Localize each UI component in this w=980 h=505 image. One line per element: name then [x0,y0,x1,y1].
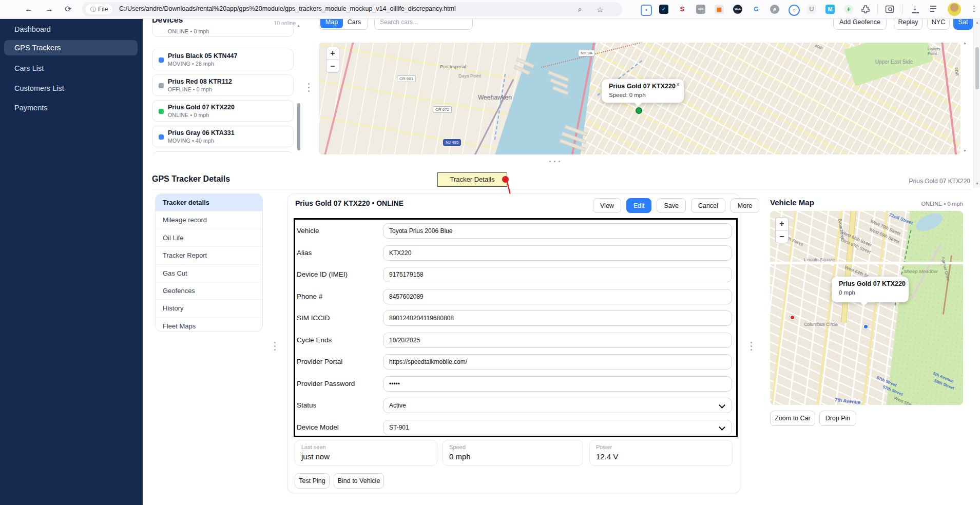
replay-button[interactable]: Replay [894,18,923,30]
device-card-partial[interactable]: ONLINE • 0 mph [152,25,294,37]
popup-vehicle-name: Prius Gold 07 KTX220 [839,280,906,287]
extension-icon[interactable]: S [678,5,687,14]
sidebar-item-cars-list[interactable]: Cars List [0,61,143,76]
url-text[interactable]: C:/Users/andre/Downloads/rental%20app/gp… [119,5,456,12]
cycle-ends-field[interactable] [383,333,732,348]
zoom-to-car-button[interactable]: Zoom to Car [770,411,815,426]
playlist-icon[interactable] [930,6,936,12]
button-label: Save [664,202,679,209]
device-card[interactable]: Prius White 09 KTB902 [152,151,294,153]
panel-drag-handle[interactable] [274,340,276,353]
edit-button[interactable]: Edit [626,198,652,213]
tab-tracker-details[interactable]: Tracker details [156,194,262,211]
cancel-button[interactable]: Cancel [691,198,725,213]
scroll-up-icon[interactable]: ▲ [975,21,979,24]
device-card[interactable]: Prius Gray 06 KTA331 MOVING • 40 mph [152,126,294,147]
extension-icon[interactable]: ✓ [659,5,668,14]
devices-map-drag-handle[interactable] [308,81,310,94]
popup-close-icon[interactable]: × [676,81,680,88]
tab-fleet-maps[interactable]: Fleet Maps [156,318,262,332]
tab-oil-life[interactable]: Oil Life [156,229,262,247]
sidebar-item-dashboard[interactable]: Dashboard [0,22,143,37]
kebab-menu-icon[interactable]: ⋮ [970,4,978,14]
device-model-select[interactable]: ST-901 [383,420,732,435]
section-resize-handle[interactable] [549,161,560,162]
phone-field[interactable] [383,289,732,304]
test-ping-button[interactable]: Test Ping [295,473,330,489]
back-icon[interactable]: ← [25,4,33,14]
device-card[interactable]: Prius Red 08 KTR112 OFFLINE • 0 mph [152,74,294,96]
bookmark-star-icon[interactable]: ☆ [597,5,603,14]
vehicle-map[interactable]: 72nd Street West 70th Street West 69th S… [770,211,963,405]
save-button[interactable]: Save [657,198,686,213]
map-toggle-button[interactable]: Map [320,18,343,28]
zoom-out-button[interactable]: − [775,230,789,243]
translate-extension-icon[interactable]: G [752,5,761,14]
vehicle-field[interactable] [383,223,732,239]
scrollbar-track[interactable]: ▲ ▼ [973,18,980,188]
sidebar-item-gps-trackers[interactable]: GPS Trackers [4,40,138,55]
extension-icon[interactable]: ▦ [715,5,724,14]
nyc-button[interactable]: NYC [927,18,950,30]
fleet-map[interactable]: Port Imperial Days Point Weehawken CR 50… [319,43,960,154]
satellite-toggle-button[interactable]: Sat [953,18,973,30]
view-button[interactable]: View [593,198,621,213]
select-value: ST-901 [389,424,409,431]
scroll-up-icon[interactable]: ▲ [963,41,967,45]
provider-password-field[interactable] [383,376,732,392]
downloads-icon[interactable]: ↓ [913,3,917,13]
profile-avatar[interactable] [948,3,961,16]
device-card[interactable]: Prius Gold 07 KTX220 ONLINE • 0 mph [152,100,294,122]
alias-field[interactable] [383,245,732,261]
extension-icon[interactable]: + [844,5,853,14]
add-geofence-button[interactable]: Add Geofence [833,18,887,30]
panel-drag-handle[interactable] [751,340,752,353]
tab-history[interactable]: History [156,300,262,317]
zoom-out-button[interactable]: − [326,60,339,73]
zoom-page-icon[interactable]: ⌕ [578,5,582,14]
popup-close-icon[interactable]: × [901,279,905,286]
extension-icon[interactable]: U [807,5,816,14]
sidebar-item-customers-list[interactable]: Customers List [0,81,143,96]
provider-portal-field[interactable] [383,354,732,370]
more-button[interactable]: More [731,198,759,213]
device-status: MOVING • 40 mph [168,138,214,144]
pin-marker-icon[interactable] [790,315,795,320]
scrollbar-thumb[interactable] [975,47,979,89]
status-select[interactable]: Active [383,398,732,413]
cars-toggle-button[interactable]: Cars [343,18,366,26]
drop-pin-button[interactable]: Drop Pin [819,411,856,426]
scroll-up-icon[interactable]: ▲ [297,24,300,27]
sim-iccid-field[interactable] [383,310,732,326]
extension-icon[interactable]: M [825,5,835,14]
tab-geofences[interactable]: Geofences [156,282,262,300]
bind-to-vehicle-button[interactable]: Bind to Vehicle [334,473,384,489]
device-card[interactable]: Prius Black 05 KTN447 MOVING • 28 mph [152,49,294,70]
devices-scrollbar-thumb[interactable] [297,103,300,150]
extension-icon[interactable]: Web [733,5,742,14]
search-cars-input[interactable] [374,18,473,30]
extension-icon[interactable]: </> [696,5,705,14]
side-panel-search-icon[interactable] [885,5,894,14]
tab-mileage-record[interactable]: Mileage record [156,211,262,229]
zoom-in-button[interactable]: + [326,47,339,60]
forward-icon[interactable]: → [45,4,53,14]
extension-icon[interactable]: ○ [789,5,800,16]
url-bar[interactable]: ⓘ File C:/Users/andre/Downloads/rental%2… [82,2,622,16]
extension-icon[interactable]: • [641,5,652,16]
file-scheme-chip[interactable]: ⓘ File [86,4,112,14]
tab-gas-cut[interactable]: Gas Cut [156,265,262,282]
reload-icon[interactable]: ⟳ [65,4,71,14]
vehicle-marker-icon[interactable] [636,107,642,114]
extensions-puzzle-icon[interactable] [861,5,870,13]
tab-tracker-report[interactable]: Tracker Report [156,247,262,264]
map-route-badge: NJ 495 [443,139,461,146]
zoom-in-button[interactable]: + [775,217,789,230]
scroll-down-icon[interactable]: ▼ [975,182,979,185]
status-dot-icon [159,134,164,140]
imei-field[interactable] [383,267,732,282]
vehicle-marker-icon[interactable] [863,324,869,329]
extension-icon[interactable]: e [770,5,779,14]
scroll-down-icon[interactable]: ▼ [963,149,967,152]
sidebar-item-payments[interactable]: Payments [0,100,143,115]
